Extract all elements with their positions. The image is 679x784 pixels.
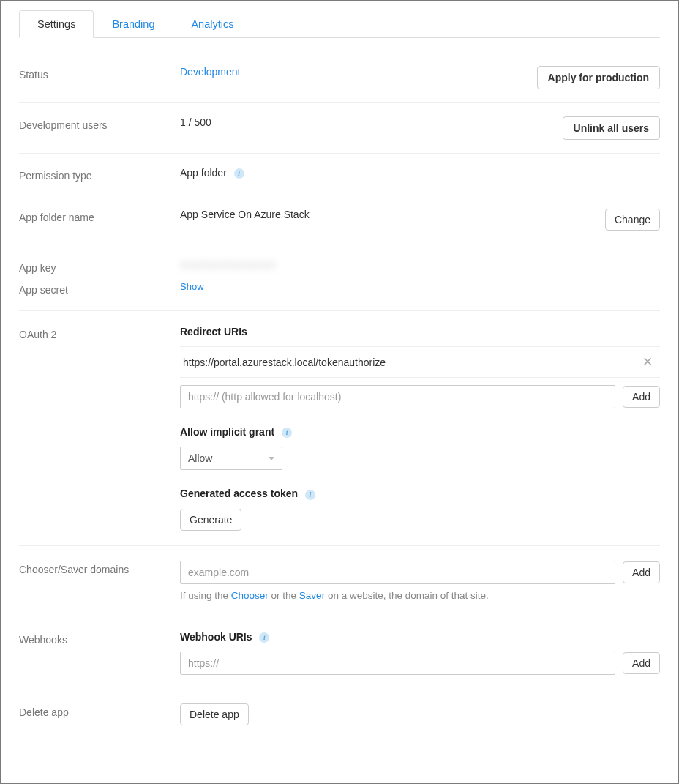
section-keys: App key App secret XXXXXXXXXXXXXX Show	[19, 244, 660, 311]
app-key-value: XXXXXXXXXXXXXX	[180, 259, 660, 271]
tabs: Settings Branding Analytics	[19, 10, 660, 38]
redirect-uri-value: https://portal.azurestack.local/tokenaut…	[183, 356, 386, 368]
chevron-down-icon	[269, 457, 274, 460]
remove-uri-icon[interactable]: ✕	[638, 354, 657, 370]
chooser-saver-label: Chooser/Saver domains	[19, 561, 180, 575]
info-icon[interactable]: i	[234, 168, 244, 179]
webhook-uris-heading: Webhook URIs i	[180, 631, 660, 643]
info-icon[interactable]: i	[259, 632, 269, 643]
tab-analytics[interactable]: Analytics	[173, 10, 252, 37]
saver-link[interactable]: Saver	[299, 590, 325, 601]
webhooks-label: Webhooks	[19, 631, 180, 646]
app-key-label: App key	[19, 262, 180, 274]
permission-value: App folder	[180, 167, 227, 179]
access-token-heading: Generated access token i	[180, 488, 660, 499]
delete-app-button[interactable]: Delete app	[180, 703, 249, 725]
section-permission: Permission type App folder i	[19, 154, 660, 195]
info-icon[interactable]: i	[305, 490, 315, 500]
chooser-link[interactable]: Chooser	[231, 590, 269, 601]
app-secret-label: App secret	[19, 284, 180, 296]
status-label: Status	[19, 66, 180, 81]
section-status: Status Development Apply for production	[19, 53, 660, 103]
add-domain-button[interactable]: Add	[623, 561, 660, 583]
permission-label: Permission type	[19, 167, 180, 182]
apply-production-button[interactable]: Apply for production	[537, 66, 660, 89]
add-webhook-button[interactable]: Add	[623, 652, 660, 674]
section-dev-users: Development users 1 / 500 Unlink all use…	[19, 103, 660, 154]
redirect-uri-row: https://portal.azurestack.local/tokenaut…	[180, 346, 660, 378]
implicit-grant-value: Allow	[188, 452, 212, 464]
section-delete: Delete app Delete app	[19, 690, 660, 739]
tab-branding[interactable]: Branding	[94, 10, 173, 37]
section-oauth2: OAuth 2 Redirect URIs https://portal.azu…	[19, 311, 660, 546]
dev-users-value: 1 / 500	[180, 116, 211, 128]
app-folder-value: App Service On Azure Stack	[180, 209, 310, 220]
section-chooser-saver: Chooser/Saver domains Add If using the C…	[19, 546, 660, 616]
redirect-uris-heading: Redirect URIs	[180, 326, 660, 337]
app-folder-label: App folder name	[19, 209, 180, 223]
chooser-domain-input[interactable]	[180, 561, 615, 584]
generate-token-button[interactable]: Generate	[180, 509, 241, 531]
implicit-grant-dropdown[interactable]: Allow	[180, 447, 282, 470]
section-webhooks: Webhooks Webhook URIs i Add	[19, 616, 660, 690]
show-secret-link[interactable]: Show	[180, 281, 660, 292]
info-icon[interactable]: i	[282, 428, 292, 438]
redirect-uri-input[interactable]	[180, 385, 615, 408]
implicit-grant-heading: Allow implicit grant i	[180, 426, 660, 438]
tab-settings[interactable]: Settings	[19, 10, 94, 38]
unlink-users-button[interactable]: Unlink all users	[563, 116, 660, 140]
change-folder-button[interactable]: Change	[605, 209, 660, 231]
webhook-uri-input[interactable]	[180, 652, 615, 675]
dev-users-label: Development users	[19, 116, 180, 131]
chooser-hint: If using the Chooser or the Saver on a w…	[180, 590, 660, 601]
delete-label: Delete app	[19, 703, 180, 718]
section-app-folder: App folder name App Service On Azure Sta…	[19, 195, 660, 244]
add-redirect-uri-button[interactable]: Add	[623, 386, 660, 408]
status-value[interactable]: Development	[180, 66, 241, 78]
oauth2-label: OAuth 2	[19, 326, 180, 340]
